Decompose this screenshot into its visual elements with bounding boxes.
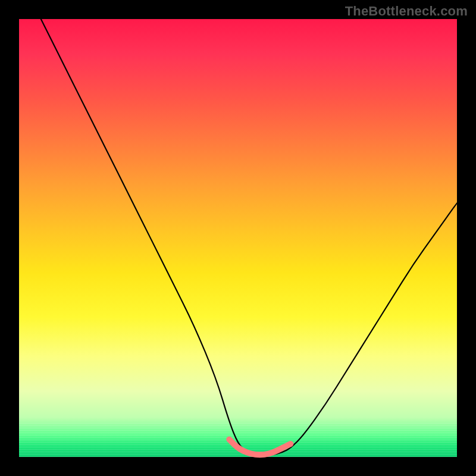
bottleneck-curve-line	[41, 19, 457, 455]
plot-area	[19, 19, 457, 457]
watermark-text: TheBottleneck.com	[345, 4, 468, 19]
chart-container: TheBottleneck.com	[0, 0, 476, 476]
curve-svg	[19, 19, 457, 457]
